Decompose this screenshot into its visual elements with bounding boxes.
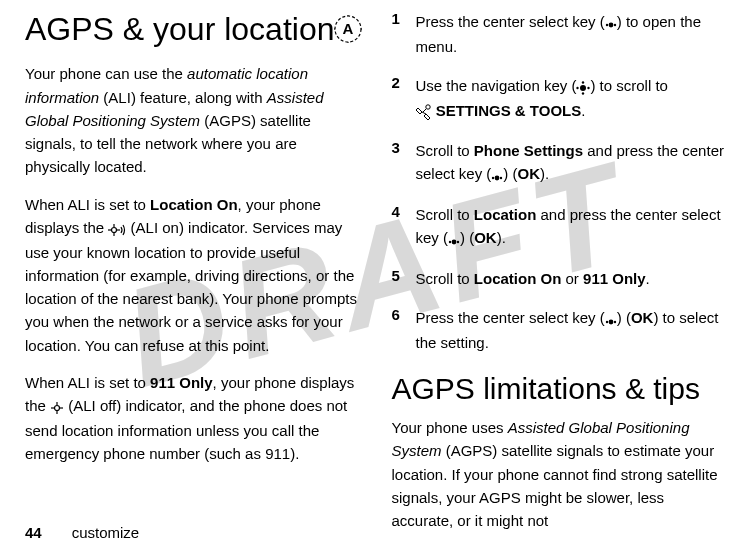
- svg-point-22: [577, 87, 579, 89]
- svg-point-33: [608, 319, 613, 324]
- svg-point-17: [608, 23, 613, 28]
- center-select-key-icon: [491, 164, 503, 187]
- para-ali-intro: Your phone can use the automatic locatio…: [25, 62, 362, 178]
- settings-tools-icon: [416, 100, 432, 123]
- para-location-on: When ALI is set to Location On, your pho…: [25, 193, 362, 357]
- left-column: A AGPS & your location Your phone can us…: [25, 10, 362, 546]
- para-agps-limitations: Your phone uses Assisted Global Position…: [392, 416, 729, 532]
- section-heading-agps-limitations: AGPS limitations & tips: [392, 372, 729, 406]
- step-6: 6 Press the center select key () (OK) to…: [392, 306, 729, 354]
- step-1: 1 Press the center select key () to open…: [392, 10, 729, 58]
- agps-section-icon: A: [334, 15, 362, 47]
- step-2: 2 Use the navigation key () to scroll to…: [392, 74, 729, 123]
- svg-point-21: [582, 93, 584, 95]
- center-select-key-icon: [605, 308, 617, 331]
- svg-point-29: [449, 241, 451, 243]
- step-4: 4 Scroll to Location and press the cente…: [392, 203, 729, 251]
- svg-point-27: [495, 175, 500, 180]
- step-number: 6: [392, 306, 416, 354]
- step-text: Scroll to Location On or 911 Only.: [416, 267, 729, 290]
- step-number: 1: [392, 10, 416, 58]
- section-heading-agps-location: AGPS & your location: [25, 10, 362, 48]
- svg-point-24: [425, 105, 429, 109]
- step-text: Scroll to Location and press the center …: [416, 203, 729, 251]
- svg-point-18: [614, 24, 616, 26]
- svg-point-6: [112, 228, 117, 233]
- section-name: customize: [72, 524, 140, 541]
- step-number: 3: [392, 139, 416, 187]
- ali-on-icon: [108, 217, 126, 240]
- svg-point-16: [606, 24, 608, 26]
- right-column: 1 Press the center select key () to open…: [392, 10, 729, 546]
- svg-line-25: [423, 109, 426, 112]
- svg-point-32: [606, 320, 608, 322]
- step-5: 5 Scroll to Location On or 911 Only.: [392, 267, 729, 290]
- center-select-key-icon: [448, 228, 460, 251]
- step-text: Use the navigation key () to scroll to S…: [416, 74, 729, 123]
- para-911-only: When ALI is set to 911 Only, your phone …: [25, 371, 362, 465]
- svg-point-26: [492, 177, 494, 179]
- svg-point-19: [580, 85, 586, 91]
- page-number: 44: [25, 524, 42, 541]
- navigation-key-icon: [576, 75, 590, 98]
- svg-point-31: [457, 241, 459, 243]
- step-text: Scroll to Phone Settings and press the c…: [416, 139, 729, 187]
- svg-point-11: [55, 406, 60, 411]
- step-number: 2: [392, 74, 416, 123]
- svg-text:A: A: [342, 20, 353, 37]
- svg-point-20: [582, 82, 584, 84]
- step-number: 5: [392, 267, 416, 290]
- step-3: 3 Scroll to Phone Settings and press the…: [392, 139, 729, 187]
- ali-off-icon: [50, 395, 64, 418]
- page-footer: 44customize: [25, 524, 139, 541]
- svg-point-30: [452, 239, 457, 244]
- center-select-key-icon: [605, 11, 617, 34]
- step-number: 4: [392, 203, 416, 251]
- svg-point-34: [614, 320, 616, 322]
- step-text: Press the center select key () to open t…: [416, 10, 729, 58]
- step-text: Press the center select key () (OK) to s…: [416, 306, 729, 354]
- page-content: A AGPS & your location Your phone can us…: [0, 0, 753, 549]
